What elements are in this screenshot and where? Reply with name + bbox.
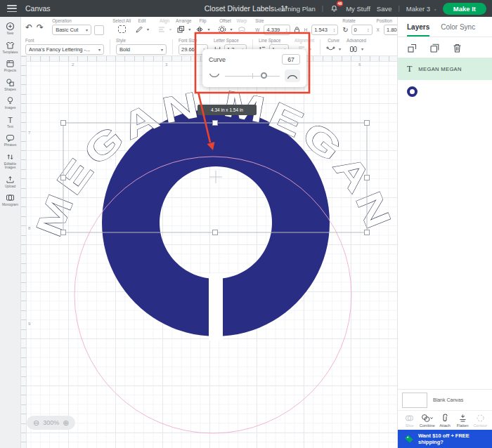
zoom-out-icon[interactable]: ⊖ (33, 419, 39, 428)
flip-button[interactable]: Flip ▾ (195, 18, 209, 34)
notifications-button[interactable]: 48 (330, 4, 339, 13)
sidebar-item-projects[interactable]: Projects (0, 57, 21, 76)
trash-icon[interactable] (452, 43, 462, 53)
sidebar-item-phrases[interactable]: Phrases (0, 131, 21, 150)
font-dropdown[interactable]: Anna's Fancy Lettering -... ▾ (25, 44, 104, 55)
layer-name: MEGAN MEGAN (418, 66, 462, 72)
editable-images-icon (6, 152, 15, 162)
operation-dropdown[interactable]: Basic Cut ▾ (52, 25, 91, 35)
blank-canvas-row[interactable]: Blank Canvas (398, 389, 492, 410)
align-icon (157, 25, 166, 34)
duplicate-icon[interactable] (429, 43, 440, 53)
layer-color-swatch[interactable] (94, 25, 104, 35)
sidebar-item-monogram[interactable]: Monogram (0, 191, 21, 210)
stepper-arrows-icon: ↕ (333, 27, 336, 32)
curve-button[interactable]: Curve ▾ (326, 38, 341, 53)
edit-button[interactable]: Edit ▾ (135, 18, 149, 34)
tab-color-sync[interactable]: Color Sync (441, 23, 475, 37)
contour-button[interactable]: Contour (472, 414, 489, 428)
sidebar-item-text[interactable]: T Text (0, 113, 21, 132)
zoom-level: 300% (43, 419, 59, 426)
slice-button[interactable]: Slice (401, 414, 418, 428)
learning-plan-link[interactable]: Learning Plan (274, 5, 316, 13)
center-crosshair-icon (209, 171, 222, 183)
sidebar-item-upload[interactable]: Upload (0, 173, 21, 192)
redo-icon[interactable]: ↷ (37, 22, 44, 32)
divider-notch (209, 274, 223, 341)
layer-row-shape[interactable] (398, 80, 492, 103)
promo-banner[interactable]: Want $10 off + FREE shipping? (398, 430, 492, 448)
font-value: Anna's Fancy Lettering -... (29, 46, 90, 53)
zoom-in-icon[interactable]: ⊕ (63, 419, 69, 428)
x-stepper[interactable]: 1.808 ↕ (384, 25, 397, 35)
attach-button[interactable]: Attach (436, 414, 453, 428)
blank-canvas-swatch (402, 393, 427, 408)
stepper-arrows-icon: ↕ (367, 27, 370, 32)
curve-slider-handle[interactable] (261, 72, 267, 79)
projects-icon (6, 59, 15, 68)
warp-button[interactable]: Warp (237, 18, 247, 34)
h-label: H (304, 27, 307, 32)
curve-value-input[interactable]: 67 (282, 54, 300, 65)
concave-curve-icon[interactable] (209, 73, 220, 79)
donut-layer-thumbnail (407, 86, 417, 97)
tab-layers[interactable]: Layers (407, 23, 429, 37)
group-icon[interactable] (407, 43, 417, 53)
undo-icon[interactable]: ↶ (25, 22, 32, 32)
sidebar-item-label: Shapes (4, 88, 15, 92)
design-canvas[interactable]: 2 3 6 7 8 9 10 MEGAN MEGAN (21, 56, 397, 448)
convex-curve-button[interactable] (285, 70, 300, 82)
flatten-button[interactable]: Flatten (454, 414, 472, 428)
height-stepper[interactable]: 1.543 ↕ (311, 25, 338, 35)
sidebar-item-label: Phrases (4, 143, 17, 147)
make-it-button[interactable]: Make It (443, 3, 486, 15)
font-size-label: Font Size (179, 38, 198, 43)
sidebar-item-editable-images[interactable]: Editable Images (0, 150, 21, 173)
chevron-down-icon: ▾ (86, 27, 88, 32)
rotate-stepper[interactable]: 0 ↕ (351, 25, 373, 35)
size-group: Size W 4.339 ↕ H 1.543 ↕ (255, 18, 338, 35)
rotate-value: 0 (354, 27, 357, 33)
combine-button[interactable]: Combine (418, 414, 436, 428)
sidebar-item-label: Upload (5, 185, 15, 189)
slice-icon (405, 414, 414, 423)
flatten-icon (458, 414, 467, 423)
sidebar-item-images[interactable]: Images (0, 94, 21, 113)
machine-selector[interactable]: Maker 3 ▾ (406, 5, 436, 13)
layer-row-text[interactable]: T MEGAN MEGAN (398, 58, 492, 80)
dimension-tooltip: 4.34 in x 1.54 in (198, 105, 257, 115)
save-link[interactable]: Save (377, 5, 392, 13)
style-dropdown[interactable]: Bold ▾ (116, 44, 167, 55)
select-all-button[interactable]: Select All (112, 18, 131, 34)
sidebar-item-label: Editable Images (2, 162, 19, 170)
arrange-button[interactable]: Arrange ▾ (176, 18, 191, 34)
curve-slider[interactable] (225, 72, 280, 80)
offset-button[interactable]: Offset ▾ (218, 18, 232, 34)
sidebar-item-templates[interactable]: Templates (0, 39, 21, 58)
right-panel: Layers Color Sync T MEGAN MEGAN Blank Ca… (397, 17, 492, 448)
operation-group: Operation Basic Cut ▾ (52, 18, 104, 35)
align-button[interactable]: Align ▾ (157, 18, 171, 34)
my-stuff-link[interactable]: My Stuff (346, 5, 370, 13)
width-stepper[interactable]: 4.339 ↕ (264, 25, 290, 35)
sidebar-item-shapes[interactable]: Shapes (0, 76, 21, 95)
rotate-icon[interactable]: ↻ (342, 26, 348, 34)
sidebar-item-new[interactable]: New (0, 20, 21, 39)
menu-icon[interactable] (7, 5, 17, 12)
letter-space-label: Letter Space (214, 38, 239, 43)
x-value: 1.808 (387, 27, 397, 33)
cricut-design-space-app: Canvas Closet Divider Labels - 1* Learni… (0, 0, 492, 448)
flip-icon (195, 25, 204, 34)
sidebar-item-label: Projects (4, 69, 16, 73)
size-label: Size (255, 18, 264, 23)
curve-icon (326, 45, 335, 53)
rotate-group: Rotate ↻ 0 ↕ (342, 18, 372, 35)
advanced-button[interactable]: Advanced ▾ (347, 38, 366, 53)
speech-bubble-icon (6, 133, 15, 143)
lock-icon[interactable] (293, 26, 301, 34)
machine-name: Maker 3 (406, 5, 430, 13)
curve-popup: Curve 67 (202, 49, 306, 87)
font-group: Font Anna's Fancy Lettering -... ▾ (25, 38, 104, 55)
separator: | (398, 5, 399, 12)
font-size-value: 29.66 (181, 46, 195, 53)
